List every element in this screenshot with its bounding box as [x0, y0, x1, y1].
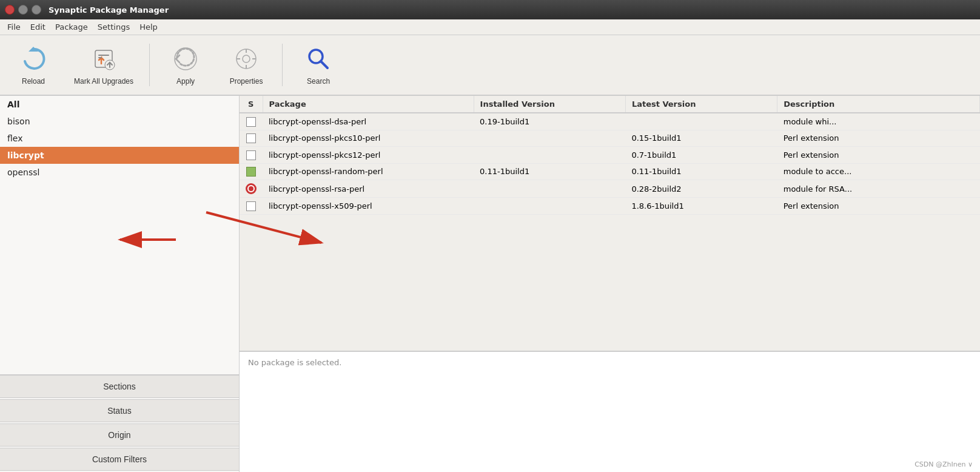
watermark: CSDN @ZhInen ∨ — [915, 460, 973, 468]
properties-label: Properties — [230, 77, 263, 86]
pkg-checkbox[interactable] — [246, 201, 256, 211]
pkg-desc-cell: module whi... — [777, 113, 980, 130]
menu-help[interactable]: Help — [135, 21, 163, 33]
table-row[interactable]: libcrypt-openssl-pkcs10-perl 0.15-1build… — [240, 130, 980, 147]
pkg-name-cell: libcrypt-openssl-pkcs12-perl — [263, 147, 474, 164]
sections-button[interactable]: Sections — [0, 375, 239, 398]
sidebar-item-bison[interactable]: bison — [0, 113, 239, 130]
pkg-installed-cell — [474, 180, 625, 198]
mark-all-upgrades-label: Mark All Upgrades — [74, 77, 133, 86]
sidebar-item-openssl[interactable]: openssl — [0, 164, 239, 181]
table-row[interactable]: libcrypt-openssl-rsa-perl 0.28-2build2 m… — [240, 180, 980, 198]
table-row[interactable]: libcrypt-openssl-x509-perl 1.8.6-1build1… — [240, 198, 980, 215]
properties-button[interactable]: Properties — [219, 39, 274, 90]
pkg-name-cell: libcrypt-openssl-x509-perl — [263, 198, 474, 215]
minimize-button[interactable] — [18, 5, 28, 15]
maximize-button[interactable] — [32, 5, 41, 15]
pkg-name-cell: libcrypt-openssl-dsa-perl — [263, 113, 474, 130]
toolbar: Reload Mark All Upgrades Apply — [0, 35, 980, 96]
sidebar-item-flex[interactable]: flex — [0, 130, 239, 147]
pkg-latest-cell: 0.28-2build2 — [625, 180, 777, 198]
pkg-checkbox[interactable] — [246, 117, 256, 127]
pkg-desc-cell: module for RSA... — [777, 180, 980, 198]
pkg-status-cell — [240, 163, 263, 180]
table-header-row: S Package Installed Version Latest Versi… — [240, 96, 980, 113]
package-table: S Package Installed Version Latest Versi… — [240, 96, 980, 215]
pkg-installed-cell — [474, 130, 625, 147]
search-button[interactable]: Search — [291, 39, 346, 90]
sidebar: All bison flex libcrypt openssl Sections… — [0, 96, 240, 472]
origin-button[interactable]: Origin — [0, 423, 239, 447]
menu-edit[interactable]: Edit — [25, 21, 50, 33]
titlebar: Synaptic Package Manager — [0, 0, 980, 19]
pkg-latest-cell: 0.7-1build1 — [625, 147, 777, 164]
apply-icon — [171, 44, 200, 73]
pkg-installed-cell: 0.19-1build1 — [474, 113, 625, 130]
pkg-name-cell: libcrypt-openssl-random-perl — [263, 163, 474, 180]
reload-button[interactable]: Reload — [6, 39, 61, 90]
pkg-name-cell: libcrypt-openssl-pkcs10-perl — [263, 130, 474, 147]
table-row[interactable]: libcrypt-openssl-random-perl 0.11-1build… — [240, 163, 980, 180]
col-header-package: Package — [263, 96, 474, 113]
apply-label: Apply — [176, 77, 195, 86]
svg-line-16 — [321, 61, 327, 68]
sidebar-item-libcrypt[interactable]: libcrypt — [0, 147, 239, 164]
properties-icon — [232, 44, 261, 73]
sidebar-nav: All bison flex libcrypt openssl — [0, 96, 239, 374]
pkg-name-cell: libcrypt-openssl-rsa-perl — [263, 180, 474, 198]
content-area: S Package Installed Version Latest Versi… — [240, 96, 980, 472]
main-layout: All bison flex libcrypt openssl Sections… — [0, 96, 980, 472]
reload-icon — [19, 44, 48, 73]
pkg-status-cell — [240, 147, 263, 164]
toolbar-separator-1 — [149, 44, 150, 86]
pkg-latest-cell — [625, 113, 777, 130]
pkg-installed-cell — [474, 198, 625, 215]
pkg-status-cell — [240, 180, 263, 198]
pkg-latest-cell: 0.11-1build1 — [625, 163, 777, 180]
pkg-checkbox[interactable] — [246, 133, 256, 143]
pkg-latest-cell: 0.15-1build1 — [625, 130, 777, 147]
status-button[interactable]: Status — [0, 399, 239, 422]
sidebar-buttons: Sections Status Origin Custom Filters — [0, 374, 239, 472]
reload-label: Reload — [22, 77, 45, 86]
toolbar-separator-2 — [282, 44, 283, 86]
no-package-selected-text: No package is selected. — [248, 358, 341, 367]
pkg-desc-cell: Perl extension — [777, 198, 980, 215]
pkg-installed-cell: 0.11-1build1 — [474, 163, 625, 180]
menu-package[interactable]: Package — [50, 21, 93, 33]
pkg-checkbox[interactable] — [246, 150, 256, 160]
menu-settings[interactable]: Settings — [93, 21, 135, 33]
apply-button[interactable]: Apply — [158, 39, 213, 90]
table-row[interactable]: libcrypt-openssl-pkcs12-perl 0.7-1build1… — [240, 147, 980, 164]
pkg-installed-cell — [474, 147, 625, 164]
info-area: No package is selected. — [240, 351, 980, 472]
upgrade-icon — [89, 44, 118, 73]
pkg-desc-cell: module to acce... — [777, 163, 980, 180]
search-icon — [304, 44, 333, 73]
menu-file[interactable]: File — [2, 21, 25, 33]
col-header-desc: Description — [777, 96, 980, 113]
pkg-status-cell — [240, 113, 263, 130]
window-title: Synaptic Package Manager — [49, 5, 169, 15]
package-list-area: S Package Installed Version Latest Versi… — [240, 96, 980, 351]
pkg-latest-cell: 1.8.6-1build1 — [625, 198, 777, 215]
close-button[interactable] — [5, 5, 15, 15]
col-header-installed: Installed Version — [474, 96, 625, 113]
search-label: Search — [307, 77, 330, 86]
package-table-container[interactable]: S Package Installed Version Latest Versi… — [240, 96, 980, 351]
pkg-desc-cell: Perl extension — [777, 130, 980, 147]
mark-all-upgrades-button[interactable]: Mark All Upgrades — [67, 39, 141, 90]
sidebar-item-all[interactable]: All — [0, 96, 239, 113]
menubar: File Edit Package Settings Help — [0, 19, 980, 35]
col-header-s: S — [240, 96, 263, 113]
pkg-status-cell — [240, 198, 263, 215]
pkg-desc-cell: Perl extension — [777, 147, 980, 164]
pkg-checkbox-installed[interactable] — [246, 167, 256, 177]
pkg-status-marked[interactable] — [246, 183, 257, 194]
table-row[interactable]: libcrypt-openssl-dsa-perl 0.19-1build1 m… — [240, 113, 980, 130]
col-header-latest: Latest Version — [625, 96, 777, 113]
pkg-status-cell — [240, 130, 263, 147]
custom-filters-button[interactable]: Custom Filters — [0, 448, 239, 471]
